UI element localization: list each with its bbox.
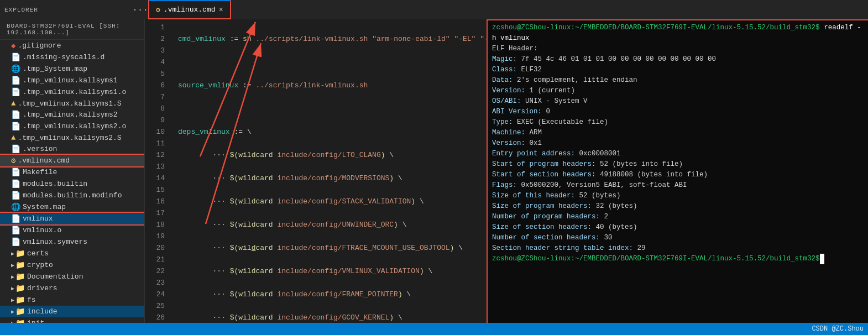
terminal-field-sec-header-size: Size of section headers: 40 (bytes) bbox=[492, 222, 864, 233]
terminal-label: Start of program headers: bbox=[492, 160, 600, 168]
sidebar-item-missing-syscalls[interactable]: 📄 .missing-syscalls.d bbox=[0, 51, 144, 63]
terminal-field-magic: Magic: 7f 45 4c 46 01 01 01 00 00 00 00 … bbox=[492, 54, 864, 65]
file-icon: 📄 bbox=[11, 87, 20, 97]
sidebar-item-vmlinux-symvers[interactable]: 📄 vmlinux.symvers bbox=[0, 236, 144, 248]
terminal-label: OS/ABI: bbox=[492, 97, 525, 105]
more-options-button[interactable]: ··· bbox=[132, 5, 148, 15]
terminal-label: Version: bbox=[492, 139, 530, 147]
sidebar-item-label: System.map bbox=[23, 203, 66, 211]
tab-close-button[interactable]: × bbox=[218, 6, 223, 14]
terminal-end-prompt-line: zcshou@ZCShou-linux:~/EMBEDDED/BOARD-STM… bbox=[492, 254, 864, 264]
terminal-field-num-prog-headers: Number of program headers: 2 bbox=[492, 212, 864, 222]
folder-icon: 📁 bbox=[15, 295, 25, 305]
sidebar-item-label: .gitignore bbox=[18, 41, 61, 50]
file-icon: 📄 bbox=[11, 237, 20, 247]
sidebar-item-modules-builtin-modinfo[interactable]: 📄 modules.builtin.modinfo bbox=[0, 190, 144, 201]
terminal-value: 0x5000200, Version5 EABI, soft-float ABI bbox=[521, 181, 687, 189]
terminal-field-abi-version: ABI Version: 0 bbox=[492, 107, 864, 117]
sidebar-item-tmp-vmlinux-kallsyms1[interactable]: 📄 .tmp_vmlinux.kallsyms1 bbox=[0, 75, 144, 86]
file-icon: 📄 bbox=[11, 76, 20, 85]
terminal-field-prog-header-size: Size of program headers: 32 (bytes) bbox=[492, 201, 864, 212]
sidebar-item-label: modules.builtin.modinfo bbox=[23, 191, 122, 200]
globe-icon: 🌐 bbox=[11, 202, 20, 212]
terminal-label: Magic: bbox=[492, 55, 521, 63]
terminal-field-flags: Flags: 0x5000200, Version5 EABI, soft-fl… bbox=[492, 180, 864, 191]
sidebar-item-label: init bbox=[27, 319, 44, 323]
sidebar-item-modules-builtin[interactable]: 📄 modules.builtin bbox=[0, 178, 144, 190]
terminal-prompt2: zcshou@ZCShou-linux:~/EMBEDDED/BOARD-STM… bbox=[492, 255, 815, 263]
sidebar-item-label: .tmp_vmlinux.kallsyms2 bbox=[23, 111, 118, 119]
sidebar-item-gitignore[interactable]: ◆ .gitignore bbox=[0, 40, 144, 51]
title-bar: EXPLORER ··· ⚙ .vmlinux.cmd × bbox=[0, 0, 868, 19]
sidebar-item-tmp-vmlinux-kallsyms1o[interactable]: 📄 .tmp_vmlinux.kallsyms1.o bbox=[0, 86, 144, 98]
terminal-value: 1 (current) bbox=[530, 87, 576, 95]
terminal-value: 40 (bytes) bbox=[596, 223, 637, 231]
chevron-right-icon: ▶ bbox=[11, 285, 14, 292]
attribution-label: CSDN @ZC.Shou bbox=[812, 325, 864, 333]
sidebar-item-certs[interactable]: ▶ 📁 certs bbox=[0, 248, 144, 259]
sidebar-item-vmlinux-cmd[interactable]: ⚙ .vmlinux.cmd bbox=[0, 155, 144, 166]
terminal-field-data: Data: 2's complement, little endian bbox=[492, 75, 864, 86]
terminal-elf-header: ELF Header: bbox=[492, 44, 864, 54]
folder-icon: 📁 bbox=[15, 284, 25, 293]
sidebar-item-drivers[interactable]: ▶ 📁 drivers bbox=[0, 282, 144, 294]
terminal-value: 0x1 bbox=[530, 139, 542, 147]
sidebar-item-tmp-vmlinux-kallsyms2s[interactable]: ▲ .tmp_vmlinux.kallsyms2.S bbox=[0, 132, 144, 143]
file-icon: 📄 bbox=[11, 214, 20, 223]
folder-icon: 📁 bbox=[15, 272, 25, 281]
sidebar-item-label: vmlinux bbox=[23, 214, 53, 223]
sidebar-header-area: EXPLORER ··· bbox=[4, 5, 148, 15]
sidebar-item-makefile[interactable]: 📄 Makefile bbox=[0, 166, 144, 178]
sidebar-item-init[interactable]: ▶ 📁 init bbox=[0, 317, 144, 323]
terminal-value: 0 bbox=[546, 108, 551, 116]
terminal-label: Number of program headers: bbox=[492, 213, 604, 221]
sidebar-item-system-map[interactable]: 🌐 System.map bbox=[0, 201, 144, 213]
terminal-value: 32 (bytes) bbox=[596, 202, 637, 210]
terminal-field-type: Type: EXEC (Executable file) bbox=[492, 117, 864, 128]
chevron-right-icon: ▶ bbox=[11, 297, 14, 303]
terminal-label: Version: bbox=[492, 87, 530, 95]
terminal-field-shstrndx: Section header string table index: 29 bbox=[492, 243, 864, 254]
chevron-right-icon: ▶ bbox=[11, 308, 14, 315]
folder-icon: 📁 bbox=[15, 249, 25, 258]
sidebar-item-tmp-system-map[interactable]: 🌐 .tmp_System.map bbox=[0, 63, 144, 75]
cmd-icon: ⚙ bbox=[11, 156, 15, 165]
terminal-value: 2's complement, little endian bbox=[517, 76, 637, 84]
warn-icon: ▲ bbox=[11, 99, 15, 108]
editor-area: 12345 678910 1112131415 1617181920 21222… bbox=[145, 19, 868, 323]
terminal-label: Section header string table index: bbox=[492, 244, 637, 252]
line-numbers: 12345 678910 1112131415 1617181920 21222… bbox=[145, 19, 171, 323]
terminal-field-version: Version: 1 (current) bbox=[492, 86, 864, 96]
sidebar-item-label: .version bbox=[23, 145, 57, 153]
sidebar-item-label: .tmp_vmlinux.kallsyms1 bbox=[23, 76, 118, 85]
sidebar-item-fs[interactable]: ▶ 📁 fs bbox=[0, 294, 144, 306]
folder-icon: 📁 bbox=[15, 260, 25, 270]
terminal-value: 2 bbox=[604, 213, 609, 221]
sidebar-item-crypto[interactable]: ▶ 📁 crypto bbox=[0, 259, 144, 271]
sidebar-item-vmlinux-o[interactable]: 📄 vmlinux.o bbox=[0, 224, 144, 236]
terminal-prompt: zcshou@ZCShou-linux:~/EMBEDDED/BOARD-STM… bbox=[492, 24, 815, 32]
warn-icon: ▲ bbox=[11, 133, 15, 142]
sidebar-item-label: Documentation bbox=[27, 273, 83, 281]
file-icon: 📄 bbox=[11, 179, 20, 189]
tab-vmlinux-cmd[interactable]: ⚙ .vmlinux.cmd × bbox=[148, 0, 231, 19]
sidebar-item-label: .missing-syscalls.d bbox=[23, 53, 104, 61]
sidebar-item-label: .vmlinux.cmd bbox=[18, 156, 70, 165]
sidebar-item-label: fs bbox=[27, 296, 36, 304]
sidebar-item-tmp-vmlinux-kallsyms1s[interactable]: ▲ .tmp_vmlinux.kallsyms1.S bbox=[0, 98, 144, 109]
sidebar-item-label: crypto bbox=[27, 261, 53, 269]
sidebar-item-vmlinux[interactable]: 📄 vmlinux bbox=[0, 213, 144, 224]
sidebar-item-tmp-vmlinux-kallsyms2o[interactable]: 📄 .tmp_vmlinux.kallsyms2.o bbox=[0, 121, 144, 132]
terminal-value: UNIX - System V bbox=[525, 97, 588, 105]
sidebar-item-documentation[interactable]: ▶ 📁 Documentation bbox=[0, 271, 144, 282]
sidebar-item-include[interactable]: ▶ 📁 include bbox=[0, 306, 144, 317]
status-bar: CSDN @ZC.Shou bbox=[0, 323, 868, 335]
sidebar-item-tmp-vmlinux-kallsyms2[interactable]: 📄 .tmp_vmlinux.kallsyms2 bbox=[0, 109, 144, 121]
terminal-value: 52 (bytes into file) bbox=[600, 160, 683, 168]
file-icon: 📄 bbox=[11, 53, 20, 62]
sidebar-item-label: include bbox=[27, 307, 57, 316]
tabs-area: ⚙ .vmlinux.cmd × bbox=[148, 0, 864, 19]
explorer-label: EXPLORER bbox=[4, 7, 38, 13]
globe-icon: 🌐 bbox=[11, 64, 20, 74]
sidebar-item-version[interactable]: 📄 .version bbox=[0, 143, 144, 155]
